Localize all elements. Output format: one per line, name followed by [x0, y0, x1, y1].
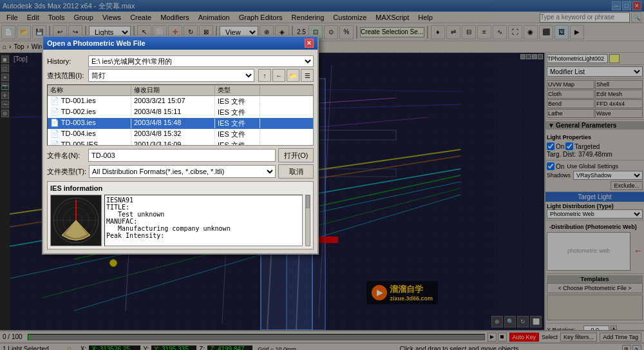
col-type[interactable]: 类型	[215, 86, 260, 95]
open-action-btn[interactable]: 打开(O)	[278, 148, 314, 162]
col-date[interactable]: 修改日期	[131, 86, 215, 95]
open-photometric-dialog: Open a Photometric Web File ✕ History: E…	[42, 35, 319, 255]
filetype-dropdown[interactable]: All Distribution Formats(*.ies, *.cibse,…	[89, 165, 276, 178]
ies-info-box[interactable]: IESNA91 TITLE: Test unknown MANUFAC: Man…	[104, 195, 303, 246]
file-row-2[interactable]: 📄 TD-002.ies 2003/4/8 15:11 IES 文件	[48, 107, 313, 118]
dialog-title: Open a Photometric Web File	[47, 39, 146, 47]
browse-toolbar: ↑ ← 📁 ☰	[258, 69, 314, 82]
file-row-5[interactable]: 📄 TD-005.IES 2001/3/3 16:09 IES 文件	[48, 140, 313, 146]
browse-label: 查找范围(I):	[47, 71, 86, 81]
history-dropdown[interactable]: E:\ ies\光城网文件\常用的	[88, 55, 314, 67]
filename-input[interactable]	[88, 149, 276, 162]
file-row-3[interactable]: 📄 TD-003.ies 2003/4/8 15:48 IES 文件	[48, 118, 313, 129]
ies-preview	[50, 195, 102, 246]
dialog-body: History: E:\ ies\光城网文件\常用的 查找范围(I): 筒灯 ↑…	[43, 50, 317, 253]
history-label: History:	[47, 57, 86, 65]
filetype-row: 文件类型(T): All Distribution Formats(*.ies,…	[47, 164, 314, 179]
browse-up-btn[interactable]: ↑	[258, 69, 271, 82]
dialog-close-btn[interactable]: ✕	[305, 39, 314, 48]
ies-section: IES information	[47, 181, 314, 249]
browse-view-btn[interactable]: ☰	[301, 69, 314, 82]
ies-section-title: IES information	[50, 184, 310, 192]
filename-row: 文件名(N): 打开(O)	[47, 148, 314, 162]
modal-overlay: Open a Photometric Web File ✕ History: E…	[0, 0, 644, 350]
history-row: History: E:\ ies\光城网文件\常用的	[47, 55, 314, 67]
ies-scrollbar[interactable]	[305, 195, 310, 246]
cancel-action-btn[interactable]: 取消	[278, 164, 314, 179]
ies-content: IESNA91 TITLE: Test unknown MANUFAC: Man…	[50, 195, 310, 246]
browse-path-dropdown[interactable]: 筒灯	[88, 69, 254, 82]
file-row-4[interactable]: 📄 TD-004.ies 2003/4/8 15:32 IES 文件	[48, 129, 313, 140]
filename-label: 文件名(N):	[47, 151, 86, 160]
file-list[interactable]: 名称 修改日期 类型 📄 TD-001.ies 2003/3/21 15:07 …	[47, 84, 314, 146]
file-row-1[interactable]: 📄 TD-001.ies 2003/3/21 15:07 IES 文件	[48, 96, 313, 107]
browse-row: 查找范围(I): 筒灯 ↑ ← 📁 ☰	[47, 69, 314, 82]
ies-info-text: IESNA91 TITLE: Test unknown MANUFAC: Man…	[106, 197, 301, 239]
filetype-label: 文件类型(T):	[47, 167, 86, 177]
file-list-header: 名称 修改日期 类型	[48, 85, 313, 96]
dialog-title-bar: Open a Photometric Web File ✕	[43, 37, 317, 50]
col-name[interactable]: 名称	[48, 86, 131, 95]
browse-new-folder-btn[interactable]: 📁	[287, 69, 299, 82]
browse-back-btn[interactable]: ←	[272, 69, 285, 82]
scrollbar-thumb[interactable]	[306, 195, 310, 208]
